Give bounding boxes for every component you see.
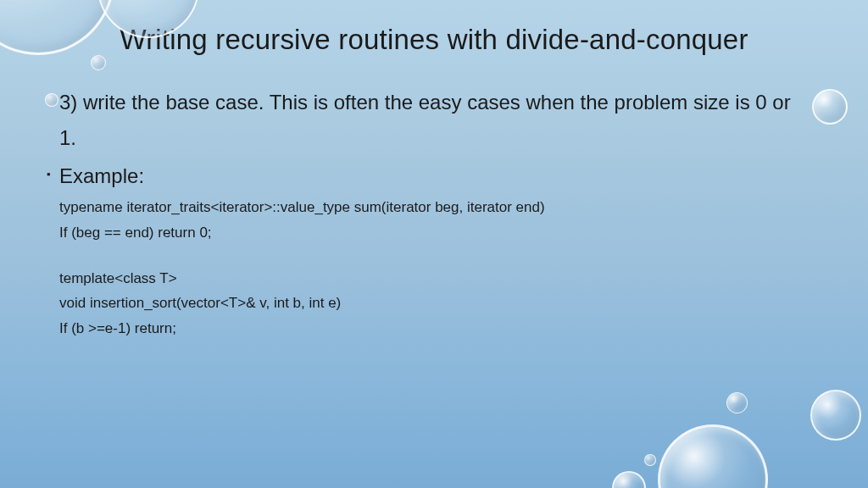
- code-line: template<class T>: [59, 266, 809, 291]
- bubble-decoration: [810, 390, 861, 441]
- bubble-decoration: [612, 471, 646, 488]
- code-line: typename iterator_traits<iterator>::valu…: [59, 195, 809, 220]
- bubble-decoration: [726, 392, 748, 413]
- slide-container: Writing recursive routines with divide-a…: [0, 0, 868, 488]
- code-snippet-1: typename iterator_traits<iterator>::valu…: [59, 195, 809, 341]
- bubble-decoration: [644, 454, 656, 466]
- code-line: If (b >=e-1) return;: [59, 316, 809, 341]
- bubble-decoration: [91, 55, 106, 70]
- bubble-decoration: [658, 424, 768, 488]
- step-instruction: 3) write the base case. This is often th…: [59, 85, 809, 156]
- code-line: void insertion_sort(vector<T>& v, int b,…: [59, 291, 809, 316]
- code-line: If (beg == end) return 0;: [59, 220, 809, 246]
- example-heading: Example:: [59, 164, 809, 188]
- bubble-decoration: [812, 89, 848, 125]
- bubble-decoration: [45, 93, 58, 107]
